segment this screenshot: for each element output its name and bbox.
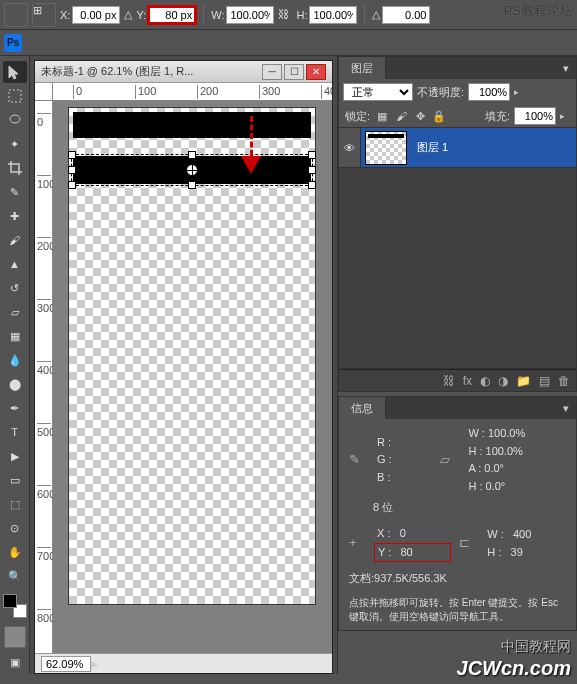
healing-tool[interactable]: ✚ bbox=[3, 205, 27, 227]
3d-tool[interactable]: ⬚ bbox=[3, 493, 27, 515]
canvas-viewport[interactable] bbox=[53, 101, 332, 653]
layers-list[interactable]: 👁 图层 1 bbox=[339, 127, 576, 369]
handle-tl[interactable] bbox=[68, 151, 76, 159]
transform-bounding-box[interactable] bbox=[71, 154, 313, 186]
info-tab[interactable]: 信息 bbox=[339, 397, 386, 419]
zoom-tool[interactable]: 🔍 bbox=[3, 565, 27, 587]
minimize-button[interactable]: ─ bbox=[262, 64, 282, 80]
layer-name[interactable]: 图层 1 bbox=[417, 140, 448, 155]
watermark-bottom: JCWcn.com bbox=[457, 657, 571, 680]
handle-bc[interactable] bbox=[188, 181, 196, 189]
handle-bl[interactable] bbox=[68, 181, 76, 189]
ruler-horizontal[interactable]: 0 100 200 300 400 bbox=[53, 83, 332, 101]
lock-all-icon[interactable]: 🔒 bbox=[431, 108, 447, 124]
handle-ml[interactable] bbox=[68, 166, 76, 174]
y-input[interactable] bbox=[148, 6, 196, 24]
size-icon: ⊏ bbox=[459, 533, 479, 554]
delete-layer-icon[interactable]: 🗑 bbox=[558, 374, 570, 388]
h-input[interactable] bbox=[309, 6, 357, 24]
stamp-tool[interactable]: ▲ bbox=[3, 253, 27, 275]
layers-footer: ⛓ fx ◐ ◑ 📁 ▤ 🗑 bbox=[339, 369, 576, 391]
x-input[interactable] bbox=[72, 6, 120, 24]
path-select-tool[interactable]: ▶ bbox=[3, 445, 27, 467]
handle-tc[interactable] bbox=[188, 151, 196, 159]
zoom-input[interactable] bbox=[41, 656, 91, 672]
opacity-arrow-icon[interactable]: ▸ bbox=[514, 87, 524, 97]
pen-tool[interactable]: ✒ bbox=[3, 397, 27, 419]
info-panel-menu-icon[interactable]: ▾ bbox=[556, 402, 576, 415]
dodge-tool[interactable]: ⬤ bbox=[3, 373, 27, 395]
hand-tool[interactable]: ✋ bbox=[3, 541, 27, 563]
lock-position-icon[interactable]: ✥ bbox=[412, 108, 428, 124]
status-bar: ▶ bbox=[35, 653, 332, 673]
transform-center[interactable] bbox=[186, 164, 198, 176]
adjustment-icon[interactable]: ◑ bbox=[498, 374, 508, 388]
ruler-origin[interactable] bbox=[35, 83, 53, 101]
maximize-button[interactable]: ☐ bbox=[284, 64, 304, 80]
handle-br[interactable] bbox=[308, 181, 316, 189]
layer-thumbnail[interactable] bbox=[365, 131, 407, 165]
fill-arrow-icon[interactable]: ▸ bbox=[560, 111, 570, 121]
info-g: G : bbox=[377, 451, 432, 469]
move-tool[interactable] bbox=[3, 61, 27, 83]
handle-tr[interactable] bbox=[308, 151, 316, 159]
blend-mode-select[interactable]: 正常 bbox=[343, 83, 413, 101]
wand-tool[interactable]: ✦ bbox=[3, 133, 27, 155]
transform-preset-icon[interactable] bbox=[4, 3, 28, 27]
info-panel: 信息 ▾ ✎ R : G : B : ▱ W : 100.0% H : 100.… bbox=[338, 396, 577, 631]
w-input[interactable] bbox=[226, 6, 274, 24]
visibility-toggle[interactable]: 👁 bbox=[339, 128, 361, 167]
angle-input[interactable] bbox=[382, 6, 430, 24]
link-layers-icon[interactable]: ⛓ bbox=[443, 374, 455, 388]
fill-input[interactable] bbox=[514, 107, 556, 125]
lock-transparency-icon[interactable]: ▦ bbox=[374, 108, 390, 124]
history-brush-tool[interactable]: ↺ bbox=[3, 277, 27, 299]
link-icon[interactable]: ⛓ bbox=[278, 8, 292, 22]
lasso-tool[interactable] bbox=[3, 109, 27, 131]
delta-icon[interactable]: △ bbox=[124, 8, 132, 21]
canvas[interactable] bbox=[68, 107, 316, 605]
shape-tool[interactable]: ▭ bbox=[3, 469, 27, 491]
close-button[interactable]: ✕ bbox=[306, 64, 326, 80]
gradient-tool[interactable]: ▦ bbox=[3, 325, 27, 347]
quickmask-toggle[interactable] bbox=[4, 626, 26, 648]
group-icon[interactable]: 📁 bbox=[516, 374, 531, 388]
panel-menu-icon[interactable]: ▾ bbox=[556, 62, 576, 75]
layers-panel: 图层 ▾ 正常 不透明度: ▸ 锁定: ▦ 🖌 ✥ 🔒 填充: ▸ bbox=[338, 56, 577, 392]
info-r: R : bbox=[377, 434, 432, 452]
status-menu-arrow[interactable]: ▶ bbox=[91, 659, 101, 669]
opacity-input[interactable] bbox=[468, 83, 510, 101]
foreground-color[interactable] bbox=[3, 594, 17, 608]
eyedropper-tool[interactable]: ✎ bbox=[3, 181, 27, 203]
fx-icon[interactable]: fx bbox=[463, 374, 472, 388]
crop-tool[interactable] bbox=[3, 157, 27, 179]
mask-icon[interactable]: ◐ bbox=[480, 374, 490, 388]
marquee-tool[interactable] bbox=[3, 85, 27, 107]
layer-row[interactable]: 👁 图层 1 bbox=[339, 128, 576, 168]
document-titlebar[interactable]: 未标题-1 @ 62.1% (图层 1, R... ─ ☐ ✕ bbox=[35, 61, 332, 83]
options-bar: ⊞ X: △ Y: W: ⛓ H: △ bbox=[0, 0, 577, 30]
svg-point-1 bbox=[10, 115, 20, 123]
screenmode-toggle[interactable]: ▣ bbox=[3, 651, 27, 673]
camera-tool[interactable]: ⊙ bbox=[3, 517, 27, 539]
type-tool[interactable]: T bbox=[3, 421, 27, 443]
ruler-vertical[interactable]: 0 100 200 300 400 500 600 700 800 bbox=[35, 101, 53, 653]
layers-tab[interactable]: 图层 bbox=[339, 57, 386, 79]
color-swatches[interactable] bbox=[3, 594, 27, 618]
reference-point-icon[interactable]: ⊞ bbox=[32, 3, 56, 27]
x-label: X: bbox=[60, 9, 70, 21]
eraser-tool[interactable]: ▱ bbox=[3, 301, 27, 323]
watermark-top: PS教程论坛 bbox=[504, 2, 573, 20]
blur-tool[interactable]: 💧 bbox=[3, 349, 27, 371]
info-y: Y : bbox=[378, 546, 391, 558]
new-layer-icon[interactable]: ▤ bbox=[539, 374, 550, 388]
handle-mr[interactable] bbox=[308, 166, 316, 174]
h-label: H: bbox=[296, 9, 307, 21]
opacity-label: 不透明度: bbox=[417, 85, 464, 100]
lock-pixels-icon[interactable]: 🖌 bbox=[393, 108, 409, 124]
dimension-icon: ▱ bbox=[440, 450, 460, 471]
info-b: B : bbox=[377, 469, 432, 487]
brush-tool[interactable]: 🖌 bbox=[3, 229, 27, 251]
angle-label: △ bbox=[372, 8, 380, 21]
info-angH: H : bbox=[468, 480, 482, 492]
